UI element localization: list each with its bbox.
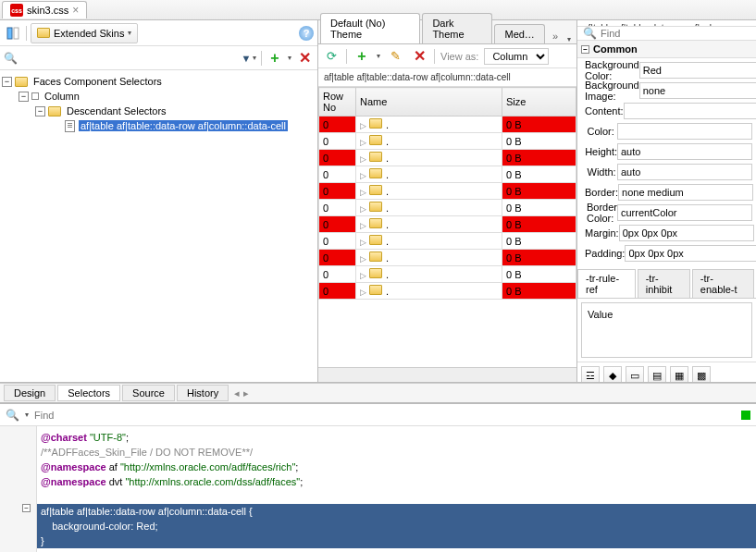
properties-panel: af|table af|table::data-row af|column 🔍 … [577,20,756,382]
tab-nav-prev[interactable]: ◂ [234,387,240,399]
section-title: Common [593,43,638,55]
collapse-icon[interactable]: − [35,106,45,117]
cell-name: ▷. [356,216,502,233]
table-row[interactable]: 0▷.0 B [319,183,576,200]
code-editor[interactable]: @charset "UTF-8";/**ADFFaces_Skin_File /… [37,426,756,552]
collapse-icon[interactable]: − [2,77,12,87]
expand-icon[interactable]: ▷ [360,238,366,247]
tool-icon[interactable]: ▦ [670,366,688,382]
property-value-input[interactable] [639,82,756,99]
tool-icon[interactable]: ▩ [692,366,711,382]
theme-tab-default[interactable]: Default (No) Theme [320,13,420,43]
tab-source[interactable]: Source [122,385,175,401]
edit-button[interactable]: ✎ [386,47,404,66]
expand-icon[interactable]: ▷ [360,188,366,197]
file-tab[interactable]: css skin3.css × [2,1,87,18]
property-value-input[interactable] [617,123,752,140]
expand-icon[interactable]: ▷ [360,204,366,214]
skin-dropdown[interactable]: Extended Skins ▾ [31,23,138,43]
mode-toggle-icon[interactable] [4,24,22,43]
tree-node[interactable]: − Faces Component Selectors [2,74,316,89]
table-row[interactable]: 0▷.0 B [319,266,576,283]
property-value-input[interactable] [618,184,753,201]
expand-icon[interactable]: ▷ [360,288,366,297]
section-common[interactable]: − Common [577,41,756,58]
theme-tab-dark[interactable]: Dark Theme [422,13,492,43]
expand-icon[interactable]: ▷ [360,121,366,130]
collapse-icon[interactable]: − [581,45,589,54]
property-value-input[interactable] [617,143,752,160]
help-icon[interactable]: ? [299,26,314,41]
tool-icon[interactable]: ☲ [581,366,600,382]
table-row[interactable]: 0▷.0 B [319,150,576,166]
expand-icon[interactable]: ▷ [360,221,366,230]
add-button[interactable]: + [266,49,284,67]
property-value-input[interactable] [639,62,756,79]
expand-icon[interactable]: ▷ [360,138,366,147]
sub-tab-rule-ref[interactable]: -tr-rule-ref [577,269,636,298]
tab-overflow-icon[interactable]: » [547,29,564,43]
sub-tab-bar: -tr-rule-ref -tr-inhibit -tr-enable-t [577,269,756,299]
close-icon[interactable]: × [72,4,79,17]
tab-design[interactable]: Design [4,385,56,401]
tree-node[interactable]: − Descendant Selectors [2,104,316,118]
plus-icon: + [270,50,279,67]
filter-button[interactable]: ▼▾ [239,49,257,67]
value-box[interactable]: Value [581,302,752,358]
tab-selectors[interactable]: Selectors [57,385,120,401]
tree-node[interactable]: − Column [2,89,316,104]
table-row[interactable]: 0▷.0 B [319,233,576,250]
property-value-input[interactable] [617,164,752,180]
cell-size: 0 B [502,216,576,233]
column-header[interactable]: Size [502,88,576,117]
expand-icon[interactable]: ▷ [360,154,366,164]
viewas-label: View as: [440,51,478,62]
table-row[interactable]: 0▷.0 B [319,216,576,233]
theme-tab-medium[interactable]: Med… [494,24,544,43]
tree-leaf[interactable]: af|table af|table::data-row af|column::d… [2,118,316,133]
property-value-input[interactable] [625,245,756,262]
code-find-input[interactable] [34,410,736,421]
column-header[interactable]: Name [356,88,502,117]
properties-path: af|table af|table::data-row af|column [577,20,756,27]
delete-button[interactable]: ✕ [410,47,428,66]
cell-rowno: 0 [319,200,356,216]
tab-history[interactable]: History [177,385,229,401]
sub-tab-enable[interactable]: -tr-enable-t [692,269,754,298]
expand-icon[interactable]: ▷ [360,254,366,264]
funnel-icon: ▼ [240,52,253,65]
horizontal-scrollbar[interactable] [318,367,576,382]
tool-icon[interactable]: ◆ [603,366,622,382]
sub-tab-inhibit[interactable]: -tr-inhibit [638,269,690,298]
tool-icon[interactable]: ▤ [648,366,666,382]
folder-icon [369,285,382,295]
collapse-icon[interactable]: − [19,92,29,102]
tool-icon[interactable]: ▭ [626,366,644,382]
cell-rowno: 0 [319,233,356,250]
table-row[interactable]: 0▷.0 B [319,250,576,266]
chevron-down-icon[interactable]: ▾ [564,35,575,43]
table-row[interactable]: 0▷.0 B [319,133,576,150]
chevron-down-icon[interactable]: ▾ [288,54,291,62]
table-row[interactable]: 0▷.0 B [319,283,576,300]
refresh-button[interactable]: ⟳ [322,47,341,66]
chevron-down-icon[interactable]: ▾ [377,52,380,60]
expand-icon[interactable]: ▷ [360,171,366,180]
viewas-select[interactable]: Column [484,48,549,65]
properties-find-input[interactable] [601,28,750,39]
table-row[interactable]: 0▷.0 B [319,166,576,183]
fold-icon[interactable]: − [22,504,31,512]
column-header[interactable]: Row No [319,88,356,117]
property-value-input[interactable] [619,225,754,241]
property-value-input[interactable] [617,204,752,221]
property-value-input[interactable] [624,103,756,119]
table-row[interactable]: 0▷.0 B [319,117,576,133]
expand-icon[interactable]: ▷ [360,271,366,280]
selector-search-input[interactable] [21,53,235,64]
add-button[interactable]: + [353,47,371,66]
delete-button[interactable]: ✕ [295,49,314,67]
tab-nav-next[interactable]: ▸ [243,387,249,399]
css-file-icon: css [10,4,23,17]
table-row[interactable]: 0▷.0 B [319,200,576,216]
chevron-down-icon[interactable]: ▾ [25,411,29,419]
